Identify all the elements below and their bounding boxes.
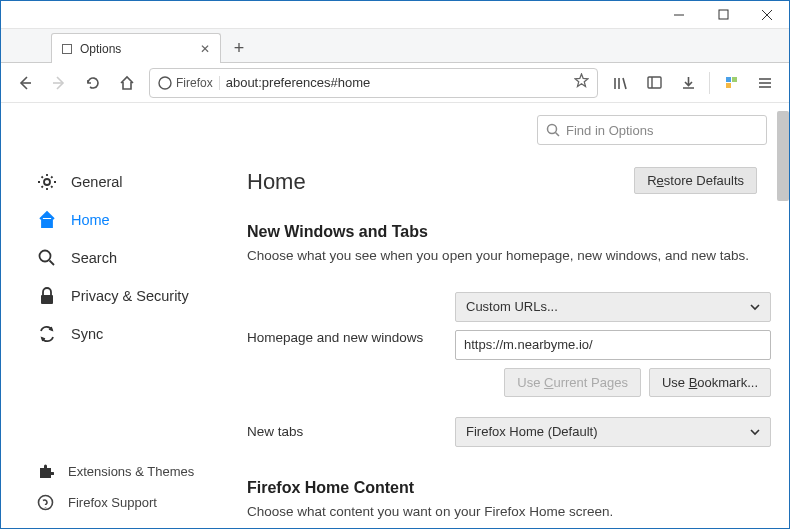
home-button[interactable]	[111, 67, 143, 99]
svg-point-6	[159, 77, 171, 89]
puzzle-icon	[724, 75, 739, 90]
section-new-windows-title: New Windows and Tabs	[247, 223, 771, 241]
sidebar-item-home[interactable]: Home	[37, 201, 219, 239]
window-titlebar	[1, 1, 789, 29]
sidebar-item-general[interactable]: General	[37, 163, 219, 201]
content-area: General Home Search Privacy & Security S…	[1, 103, 789, 528]
url-text: about:preferences#home	[226, 75, 568, 90]
sidebar-button[interactable]	[638, 67, 670, 99]
sidebar-item-search[interactable]: Search	[37, 239, 219, 277]
help-icon	[37, 494, 54, 511]
forward-button[interactable]	[43, 67, 75, 99]
home-icon	[119, 75, 135, 91]
window-maximize-button[interactable]	[701, 1, 745, 29]
search-placeholder: Find in Options	[566, 123, 653, 138]
sync-icon	[37, 324, 57, 344]
section-home-content-desc: Choose what content you want on your Fir…	[247, 503, 771, 522]
reload-icon	[85, 75, 101, 91]
section-home-content-title: Firefox Home Content	[247, 479, 771, 497]
prefs-sidebar: General Home Search Privacy & Security S…	[1, 103, 219, 528]
svg-point-19	[40, 251, 51, 262]
svg-rect-10	[648, 77, 661, 88]
sidebar-label: Privacy & Security	[71, 288, 189, 304]
plus-icon: +	[234, 38, 245, 59]
svg-rect-12	[726, 77, 731, 82]
back-button[interactable]	[9, 67, 41, 99]
new-tab-button[interactable]: +	[225, 34, 253, 62]
homepage-mode-select[interactable]: Custom URLs...	[455, 292, 771, 322]
use-bookmark-button[interactable]: Use Bookmark...	[649, 368, 771, 397]
sidebar-item-sync[interactable]: Sync	[37, 315, 219, 353]
hamburger-icon	[757, 75, 773, 91]
tab-favicon	[62, 44, 72, 54]
sidebar-label: Firefox Support	[68, 495, 157, 510]
minimize-icon	[673, 9, 685, 21]
search-icon	[37, 248, 57, 268]
url-identity: Firefox	[158, 76, 220, 90]
sidebar-item-support[interactable]: Firefox Support	[37, 487, 219, 518]
svg-line-20	[50, 261, 55, 266]
url-branding-text: Firefox	[176, 76, 213, 90]
sidebar-icon	[647, 75, 662, 90]
chevron-down-icon	[750, 302, 760, 312]
puzzle-icon	[37, 463, 54, 480]
svg-rect-21	[41, 295, 53, 304]
home-icon	[37, 210, 57, 230]
lock-icon	[37, 286, 57, 306]
homepage-url-input[interactable]	[455, 330, 771, 360]
tab-strip: Options ✕ +	[1, 29, 789, 63]
search-icon	[546, 123, 560, 137]
maximize-icon	[718, 9, 729, 20]
select-value: Firefox Home (Default)	[466, 424, 597, 439]
select-value: Custom URLs...	[466, 299, 558, 314]
url-bar[interactable]: Firefox about:preferences#home	[149, 68, 598, 98]
downloads-button[interactable]	[672, 67, 704, 99]
restore-defaults-button[interactable]: Restore Defaults	[634, 167, 757, 194]
prefs-search-input[interactable]: Find in Options	[537, 115, 767, 145]
prefs-main: Find in Options Home Restore Defaults Ne…	[219, 103, 789, 528]
sidebar-item-extensions[interactable]: Extensions & Themes	[37, 456, 219, 487]
sidebar-item-privacy[interactable]: Privacy & Security	[37, 277, 219, 315]
svg-point-23	[548, 125, 557, 134]
svg-line-24	[556, 133, 560, 137]
section-new-windows-desc: Choose what you see when you open your h…	[247, 247, 771, 266]
download-icon	[681, 75, 696, 90]
svg-rect-14	[726, 83, 731, 88]
svg-rect-13	[732, 77, 737, 82]
sidebar-label: Extensions & Themes	[68, 464, 194, 479]
homepage-label: Homepage and new windows	[247, 292, 455, 345]
tab-title: Options	[80, 42, 192, 56]
sidebar-footer: Extensions & Themes Firefox Support	[37, 456, 219, 518]
svg-rect-1	[719, 10, 728, 19]
reload-button[interactable]	[77, 67, 109, 99]
chevron-down-icon	[750, 427, 760, 437]
arrow-left-icon	[16, 74, 34, 92]
sidebar-label: Search	[71, 250, 117, 266]
sidebar-label: Home	[71, 212, 110, 228]
homepage-row: Homepage and new windows Custom URLs... …	[247, 292, 771, 397]
sidebar-label: General	[71, 174, 123, 190]
newtabs-label: New tabs	[247, 424, 455, 439]
library-icon	[612, 75, 628, 91]
library-button[interactable]	[604, 67, 636, 99]
firefox-icon	[158, 76, 172, 90]
close-icon	[761, 9, 773, 21]
window-close-button[interactable]	[745, 1, 789, 29]
sidebar-label: Sync	[71, 326, 103, 342]
tab-options[interactable]: Options ✕	[51, 33, 221, 63]
svg-point-18	[44, 179, 50, 185]
bookmark-star-button[interactable]	[574, 73, 589, 92]
app-menu-button[interactable]	[749, 67, 781, 99]
nav-toolbar: Firefox about:preferences#home	[1, 63, 789, 103]
window-minimize-button[interactable]	[657, 1, 701, 29]
star-icon	[574, 73, 589, 88]
toolbar-separator	[709, 72, 710, 94]
arrow-right-icon	[50, 74, 68, 92]
extension-button[interactable]	[715, 67, 747, 99]
newtabs-select[interactable]: Firefox Home (Default)	[455, 417, 771, 447]
use-current-pages-button[interactable]: Use Current Pages	[504, 368, 641, 397]
scrollbar-thumb[interactable]	[777, 111, 789, 201]
svg-line-9	[623, 78, 626, 89]
newtabs-row: New tabs Firefox Home (Default)	[247, 417, 771, 447]
tab-close-icon[interactable]: ✕	[200, 42, 210, 56]
